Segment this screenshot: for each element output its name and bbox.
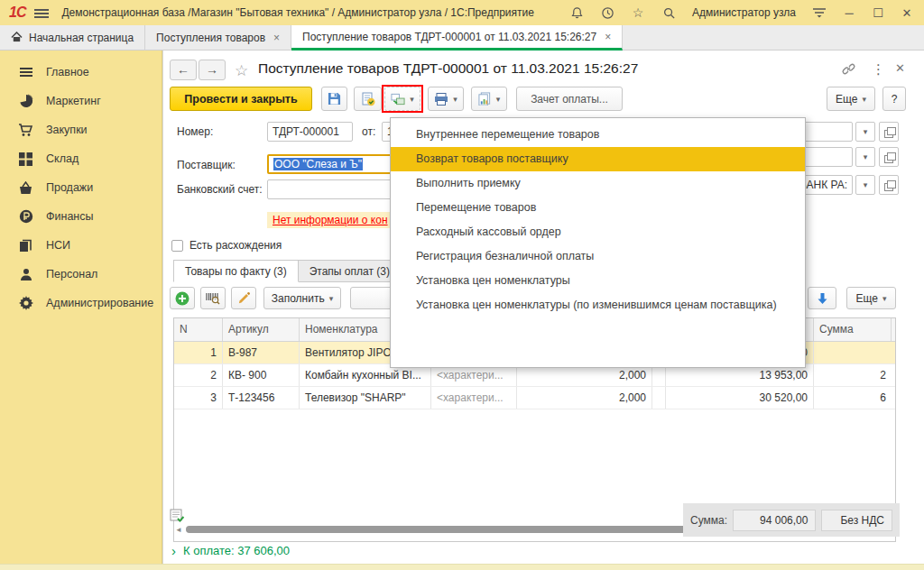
history-icon[interactable] <box>600 5 614 20</box>
number-field[interactable]: ТДРТ-000001 <box>267 122 353 142</box>
service-menu-icon[interactable] <box>812 5 827 20</box>
barcode-icon <box>206 291 220 305</box>
tab-close-icon[interactable]: × <box>273 32 280 44</box>
cell-price[interactable]: 30 520,00 <box>666 387 814 409</box>
based-on-icon <box>391 93 405 106</box>
window-bottom-strip <box>0 564 924 570</box>
sidebar-item-main[interactable]: Главное <box>0 58 162 87</box>
sidebar-item-nsi[interactable]: НСИ <box>0 231 162 260</box>
more-button[interactable]: Еще▾ <box>827 87 875 111</box>
close-form-icon[interactable]: ✕ <box>895 61 905 75</box>
minimize-button[interactable]: ─ <box>843 6 855 20</box>
title-bar: 1С Демонстрационная база /Магазин "Бытов… <box>0 0 924 25</box>
grid-more-button[interactable]: Еще▾ <box>846 287 896 309</box>
cell-quantity[interactable]: 2,000 <box>517 387 652 409</box>
main-menu-icon[interactable] <box>34 7 49 18</box>
menu-item-internal-transfer[interactable]: Внутреннее перемещение товаров <box>391 123 805 147</box>
barcode-search-button[interactable] <box>200 287 226 309</box>
open-value-icon[interactable] <box>879 175 899 195</box>
open-value-icon[interactable] <box>879 147 899 167</box>
scroll-left-icon[interactable]: ◄ <box>175 526 182 534</box>
sidebar-item-warehouse[interactable]: Склад <box>0 144 162 173</box>
cell-n[interactable]: 3 <box>174 387 223 409</box>
supplier-label: Поставщик: <box>177 159 236 171</box>
table-row[interactable]: 3 Т-123456 Телевизор "SHARP" <характери.… <box>174 387 895 409</box>
app-title: Демонстрационная база /Магазин "Бытовая … <box>61 6 534 19</box>
menu-item-perform-acceptance[interactable]: Выполнить приемку <box>391 171 805 196</box>
menu-item-set-prices-by-changed-supplier-prices[interactable]: Установка цен номенклатуры (по изменивши… <box>391 293 805 317</box>
save-button[interactable] <box>321 87 347 111</box>
cell-sum[interactable]: 6 <box>814 387 892 409</box>
tab-payment-stages[interactable]: Этапы оплат (3) <box>299 260 402 282</box>
cell-sku[interactable]: Т-123456 <box>223 387 300 409</box>
col-sku[interactable]: Артикул <box>223 318 300 341</box>
add-row-button[interactable] <box>170 287 195 309</box>
dropdown-caret-icon: ▾ <box>329 294 334 303</box>
settle-payment-button[interactable]: Зачет оплаты... <box>516 87 623 111</box>
menu-item-return-to-supplier[interactable]: Возврат товаров поставщику <box>391 147 805 171</box>
copy-link-icon[interactable] <box>841 61 856 79</box>
books-icon <box>18 238 33 253</box>
fill-button[interactable]: Заполнить▾ <box>263 287 341 309</box>
sidebar-item-marketing[interactable]: Маркетинг <box>0 87 162 115</box>
print-button[interactable]: ▾ <box>428 87 464 111</box>
cell-n[interactable]: 2 <box>174 364 223 386</box>
sidebar-item-administration[interactable]: Администрирование <box>0 289 162 317</box>
no-counterparty-info-link[interactable]: Нет информации о кон <box>273 214 388 226</box>
cell-nomenclature[interactable]: Телевизор "SHARP" <box>300 387 431 409</box>
menu-item-set-prices[interactable]: Установка цен номенклатуры <box>391 269 805 293</box>
post-and-close-button[interactable]: Провести и закрыть <box>170 87 312 111</box>
menu-item-goods-transfer[interactable]: Перемещение товаров <box>391 196 805 220</box>
help-button[interactable]: ? <box>882 87 906 111</box>
bank-account-label: Банковский счет: <box>177 183 263 196</box>
back-button[interactable]: ← <box>170 60 197 80</box>
discrepancy-checkbox[interactable] <box>171 240 183 252</box>
dropdown-caret-icon: ▾ <box>453 95 457 104</box>
cell-sum[interactable] <box>814 342 892 363</box>
close-window-button[interactable]: ✕ <box>901 6 913 20</box>
tab-close-icon[interactable]: × <box>605 31 611 43</box>
favorites-star-icon[interactable]: ☆ <box>631 5 645 20</box>
cell-characteristic[interactable]: <характери... <box>431 387 517 409</box>
tab-goods-receipt-document[interactable]: Поступление товаров ТДРТ-000001 от 11.03… <box>291 25 623 51</box>
tab-goods-by-fact[interactable]: Товары по факту (3) <box>173 260 299 282</box>
cell-sku[interactable]: КВ- 900 <box>223 364 300 386</box>
reports-button[interactable]: ▾ <box>471 87 507 111</box>
vat-mode-value[interactable]: Без НДС <box>821 510 892 531</box>
create-based-on-button[interactable]: ▾ <box>384 87 420 111</box>
dropdown-caret-icon: ▾ <box>862 95 866 104</box>
combo-arrow-icon[interactable]: ▾ <box>855 147 875 167</box>
tab-goods-receipts-list[interactable]: Поступления товаров × <box>145 25 291 51</box>
edit-row-button[interactable] <box>231 287 256 309</box>
cell-sku[interactable]: В-987 <box>223 342 300 363</box>
menu-item-cashless-payment-registration[interactable]: Регистрация безналичной оплаты <box>391 244 805 269</box>
ruble-circle-icon <box>18 209 33 225</box>
post-document-button[interactable] <box>354 87 382 111</box>
open-value-icon[interactable] <box>879 122 899 142</box>
tab-label: Начальная страница <box>29 32 134 44</box>
tab-home[interactable]: Начальная страница <box>0 25 145 51</box>
search-icon[interactable] <box>661 5 676 20</box>
combo-arrow-icon[interactable]: ▾ <box>855 122 875 142</box>
tab-label: Поступления товаров <box>156 32 265 44</box>
menu-item-cash-outflow-order[interactable]: Расходный кассовый ордер <box>391 220 805 244</box>
notifications-bell-icon[interactable] <box>569 5 584 20</box>
combo-arrow-icon[interactable]: ▾ <box>855 175 875 195</box>
current-user[interactable]: Администратор узла <box>692 6 796 19</box>
sidebar-item-purchases[interactable]: Закупки <box>0 115 162 144</box>
col-n[interactable]: N <box>174 318 223 341</box>
sidebar-item-sales[interactable]: Продажи <box>0 173 162 202</box>
col-sum[interactable]: Сумма <box>814 318 892 341</box>
sidebar-item-personnel[interactable]: Персонал <box>0 260 162 289</box>
sidebar-item-finance[interactable]: Финансы <box>0 202 162 231</box>
cell-sum[interactable]: 2 <box>814 364 892 386</box>
payable-link[interactable]: › К оплате: 37 606,00 <box>171 543 290 558</box>
discrepancy-label: Есть расхождения <box>189 239 282 252</box>
more-dots-icon[interactable]: ⋮ <box>872 61 885 78</box>
forward-button[interactable]: → <box>199 60 226 80</box>
scrollbar-thumb[interactable] <box>186 526 688 533</box>
favorite-star-icon[interactable]: ☆ <box>235 61 248 80</box>
maximize-button[interactable]: ☐ <box>872 6 884 20</box>
move-row-down-button[interactable] <box>808 287 836 309</box>
cell-n[interactable]: 1 <box>174 342 223 363</box>
